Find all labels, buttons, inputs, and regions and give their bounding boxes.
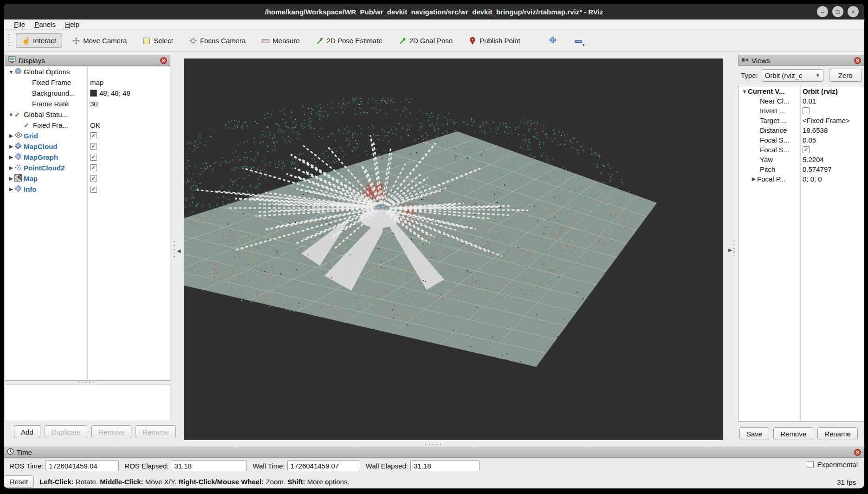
property-value[interactable]: 0.05 xyxy=(803,136,816,144)
menu-panels[interactable]: Panels xyxy=(31,20,59,28)
collapse-left-icon[interactable]: ◀ xyxy=(177,248,181,254)
property-value[interactable]: map xyxy=(90,78,104,86)
tree-row-invert[interactable]: Invert ... xyxy=(738,106,864,116)
property-value[interactable]: 48; 48; 48 xyxy=(90,89,130,97)
tree-row-target[interactable]: Target ...<Fixed Frame> xyxy=(738,116,864,125)
select-tool-button[interactable]: Select xyxy=(136,33,179,48)
expand-icon[interactable]: ▶ xyxy=(8,143,14,150)
close-button[interactable]: × xyxy=(848,6,859,17)
views-close-icon[interactable]: ✕ xyxy=(854,57,861,64)
view-type-select[interactable]: Orbit (rviz_c ▼ xyxy=(762,69,823,82)
tree-row-info[interactable]: ▶Info✓ xyxy=(5,184,170,195)
property-value[interactable]: ✓ xyxy=(90,132,97,139)
rename-button[interactable]: Rename xyxy=(817,427,858,440)
remove-tool-button[interactable]: ▾ xyxy=(573,34,587,47)
remove-button[interactable]: Remove xyxy=(773,427,813,440)
color-swatch[interactable] xyxy=(90,90,97,97)
property-value[interactable]: ✓ xyxy=(90,164,97,171)
pose-estimate-tool-button[interactable]: 2D Pose Estimate xyxy=(310,33,389,48)
remove-button[interactable]: Remove xyxy=(91,425,131,438)
views-panel-header[interactable]: Views ✕ xyxy=(738,55,864,66)
checkbox[interactable]: ✓ xyxy=(90,186,97,193)
left-splitter-handle[interactable] xyxy=(174,241,175,259)
save-button[interactable]: Save xyxy=(739,427,769,440)
wall-elapsed-input[interactable] xyxy=(410,460,479,471)
property-value[interactable]: Orbit (rviz) xyxy=(803,87,838,95)
property-value[interactable]: OK xyxy=(90,121,100,129)
tree-row-pointcloud2[interactable]: ▶PointCloud2✓ xyxy=(5,162,170,173)
expand-icon[interactable]: ▶ xyxy=(8,154,14,160)
rename-button[interactable]: Rename xyxy=(136,425,176,438)
add-button[interactable]: Add xyxy=(14,425,40,438)
tree-row-mapcloud[interactable]: ▶MapCloud✓ xyxy=(5,141,170,152)
goal-pose-tool-button[interactable]: 2D Goal Pose xyxy=(392,33,459,48)
expand-icon[interactable]: ▶ xyxy=(8,133,14,139)
experimental-checkbox[interactable] xyxy=(807,461,814,468)
interact-tool-button[interactable]: ☝Interact xyxy=(16,33,62,48)
displays-close-icon[interactable]: ✕ xyxy=(160,57,167,64)
publish-point-tool-button[interactable]: Publish Point xyxy=(462,33,526,48)
property-value[interactable]: ✓ xyxy=(90,186,97,193)
tree-row-fixed-fra[interactable]: ✓Fixed Fra...OK xyxy=(5,120,170,130)
zero-button[interactable]: Zero xyxy=(829,69,862,82)
property-value[interactable]: ✓ xyxy=(90,175,97,182)
property-value[interactable]: ✓ xyxy=(90,154,97,161)
tree-row-frame-rate[interactable]: Frame Rate30 xyxy=(5,98,170,109)
titlebar[interactable]: /home/kang/Workspace/WR_Pub/wr_devkit_na… xyxy=(4,4,864,20)
checkbox[interactable]: ✓ xyxy=(90,132,97,139)
expand-icon[interactable]: ▶ xyxy=(8,186,14,192)
checkbox[interactable]: ✓ xyxy=(90,143,97,150)
expand-icon[interactable]: ▶ xyxy=(751,176,757,182)
displays-panel-header[interactable]: Displays ✕ xyxy=(5,55,170,66)
maximize-button[interactable]: □ xyxy=(832,6,843,17)
experimental-toggle[interactable]: Experimental xyxy=(807,461,858,468)
tree-row-focal-p[interactable]: ▶Focal P...0; 0; 0 xyxy=(738,174,864,184)
property-value[interactable]: 5.2204 xyxy=(803,156,824,163)
checkbox[interactable]: ✓ xyxy=(90,175,97,182)
property-value[interactable]: 0.574797 xyxy=(803,165,832,173)
measure-tool-button[interactable]: Measure xyxy=(255,33,305,48)
ros-time-input[interactable] xyxy=(45,460,119,471)
tree-row-grid[interactable]: ▶Grid✓ xyxy=(5,130,170,141)
add-tool-button[interactable] xyxy=(546,34,560,47)
time-splitter-handle[interactable] xyxy=(425,444,443,445)
tree-row-background[interactable]: Background...48; 48; 48 xyxy=(5,88,170,98)
3d-viewport[interactable] xyxy=(184,58,723,440)
tree-row-fixed-frame[interactable]: Fixed Framemap xyxy=(5,77,170,88)
tree-row-map[interactable]: ▶Map✓ xyxy=(5,173,170,184)
property-value[interactable]: 0.01 xyxy=(803,97,816,105)
checkbox[interactable]: ✓ xyxy=(803,146,810,153)
right-splitter-handle[interactable] xyxy=(733,240,735,258)
ros-elapsed-input[interactable] xyxy=(171,460,247,471)
property-value[interactable]: ✓ xyxy=(803,146,810,153)
collapse-right-icon[interactable]: ▶ xyxy=(728,247,732,253)
property-value[interactable]: ✓ xyxy=(90,143,97,150)
tree-row-focal-s[interactable]: Focal S...0.05 xyxy=(738,135,864,145)
expand-icon[interactable]: ▶ xyxy=(8,176,14,182)
tree-row-distance[interactable]: Distance18.6538 xyxy=(738,125,864,135)
wall-time-input[interactable] xyxy=(287,460,360,471)
tree-row-yaw[interactable]: Yaw5.2204 xyxy=(738,155,864,164)
collapse-icon[interactable]: ▼ xyxy=(8,112,14,117)
time-close-icon[interactable]: ✕ xyxy=(854,449,861,456)
tree-row-near-cl[interactable]: Near Cl...0.01 xyxy=(738,96,864,106)
move-camera-tool-button[interactable]: Move Camera xyxy=(66,33,133,48)
collapse-icon[interactable]: ▼ xyxy=(8,69,14,75)
toolbar-drag-handle[interactable] xyxy=(8,34,10,48)
tree-row-mapgraph[interactable]: ▶MapGraph✓ xyxy=(5,152,170,162)
tree-row-focal-s[interactable]: Focal S...✓ xyxy=(738,145,864,155)
minimize-button[interactable]: – xyxy=(817,6,828,17)
displays-splitter-handle[interactable] xyxy=(78,382,96,383)
time-panel-header[interactable]: Time ✕ xyxy=(4,447,864,458)
focus-camera-tool-button[interactable]: Focus Camera xyxy=(183,33,252,48)
expand-icon[interactable]: ▶ xyxy=(8,165,14,171)
reset-button[interactable]: Reset xyxy=(4,475,34,488)
checkbox[interactable] xyxy=(803,107,810,114)
menu-file[interactable]: File xyxy=(10,20,29,28)
collapse-icon[interactable]: ▼ xyxy=(741,89,748,94)
property-value[interactable] xyxy=(803,107,810,114)
tree-row-pitch[interactable]: Pitch0.574797 xyxy=(738,164,864,174)
property-value[interactable]: 0; 0; 0 xyxy=(803,175,822,183)
tree-row-current-v[interactable]: ▼Current V...Orbit (rviz) xyxy=(738,86,864,96)
checkbox[interactable]: ✓ xyxy=(90,164,97,171)
